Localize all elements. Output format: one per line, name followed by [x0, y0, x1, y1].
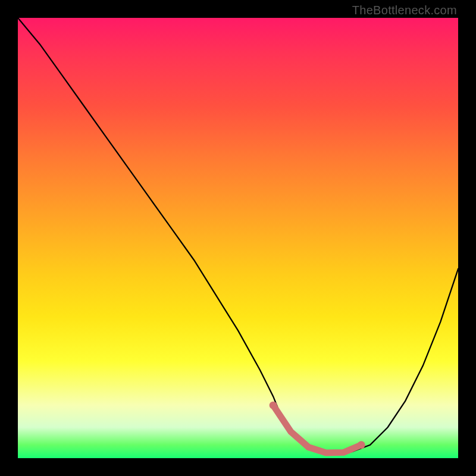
curve-layer — [18, 18, 458, 458]
highlight-end-dot — [358, 441, 365, 449]
plot-area — [18, 18, 458, 458]
watermark-text: TheBottleneck.com — [352, 4, 457, 17]
highlight-segment — [273, 405, 361, 453]
highlight-start-dot — [270, 402, 277, 409]
chart-container: TheBottleneck.com — [0, 0, 476, 476]
main-curve — [18, 18, 458, 454]
